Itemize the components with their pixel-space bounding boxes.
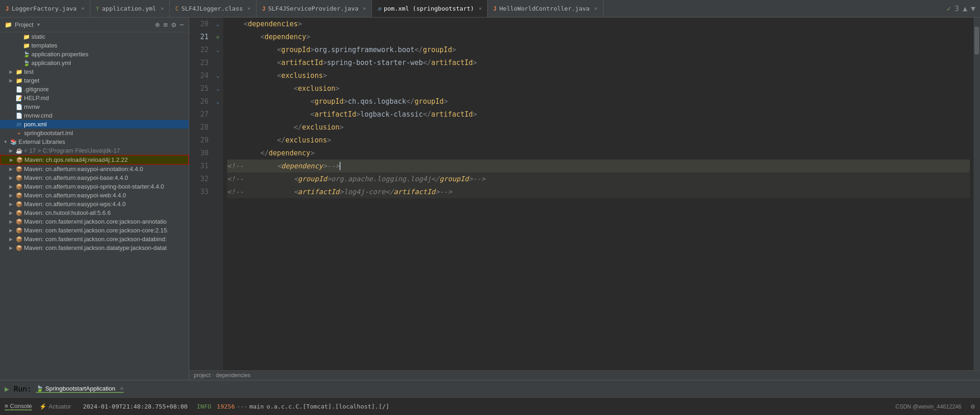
tree-item-test[interactable]: ▶ 📁 test <box>0 67 189 76</box>
code-line-33: <!-- <artifactId>log4j-core</artifactId>… <box>227 185 970 198</box>
tree-item-label: static <box>30 33 189 40</box>
tree-item-pom-xml[interactable]: m pom.xml <box>0 120 189 129</box>
folder-icon: 📁 <box>15 69 23 75</box>
tree-item-app-properties[interactable]: 🍃 application.properties <box>0 50 189 59</box>
tree-item-label: .gitignore <box>23 86 189 93</box>
chevron-down-icon[interactable]: ▼ <box>36 22 41 27</box>
tree-item-app-yml[interactable]: 🍃 application.yml <box>0 59 189 67</box>
tab-label: pom.xml (springbootstart) <box>384 5 474 12</box>
tree-item-label: < 17 > C:\Program Files\Java\jdk-17 <box>23 147 189 154</box>
tab-label: LoggerFactory.java <box>12 5 77 12</box>
code-line-28: </exclusion> <box>227 121 970 134</box>
tree-item-jdk17[interactable]: ▶ ☕ < 17 > C:\Program Files\Java\jdk-17 <box>0 146 189 155</box>
tree-item-label: Maven: cn.afterturn:easypoi-annotation:4… <box>23 166 189 172</box>
tab-close[interactable]: × <box>478 6 482 12</box>
properties-icon: 🍃 <box>22 51 30 58</box>
tree-item-templates[interactable]: 📁 templates <box>0 41 189 50</box>
run-app-close[interactable]: × <box>120 385 124 392</box>
folder-icon: 📁 <box>22 42 30 49</box>
tab-close[interactable]: × <box>594 6 598 12</box>
fold-icon-24[interactable]: ⌄ <box>216 69 220 82</box>
tree-item-label: Maven: com.fasterxml.jackson.core:jackso… <box>23 227 189 234</box>
console-port: 19256 <box>217 403 235 410</box>
arrow-icon: ▶ <box>7 69 15 74</box>
breadcrumb: project › dependencies <box>189 370 980 380</box>
run-tab-app[interactable]: 🍃 SpringbootstartApplication × <box>36 385 123 393</box>
tree-item-external-libs[interactable]: ▼ 📚 External Libraries <box>0 137 189 146</box>
tree-item-easypoi-web[interactable]: ▶ 📦 Maven: cn.afterturn:easypoi-web:4.4.… <box>0 191 189 200</box>
tree-item-easypoi-wps[interactable]: ▶ 📦 Maven: cn.afterturn:easypoi-wps:4.4.… <box>0 200 189 208</box>
code-line-29: </exclusions> <box>227 134 970 147</box>
collapse-icon[interactable]: ≡ <box>163 20 168 29</box>
tab-label: application.yml <box>102 5 156 12</box>
tree-item-hutool[interactable]: ▶ 📦 Maven: cn.hutool:hutool-all:5.6.6 <box>0 208 189 217</box>
tree-item-gitignore[interactable]: 📄 .gitignore <box>0 85 189 94</box>
yml-icon: Y <box>96 6 99 12</box>
tree-item-label: springbootstart.iml <box>23 130 189 136</box>
fold-icon-20[interactable]: ⌄ <box>216 18 220 30</box>
sidebar: 📁 Project ▼ ⊕ ≡ ⚙ − 📁 static 📁 te <box>0 18 189 380</box>
library-icon: 📦 <box>15 166 23 172</box>
code-line-21: <dependency> <box>227 30 970 43</box>
library-icon: 📦 <box>15 201 23 208</box>
chevron-up-icon[interactable]: ▲ <box>963 4 968 13</box>
tab-close[interactable]: × <box>363 6 366 12</box>
code-editor[interactable]: <dependencies> <dependency> <groupId>org… <box>223 18 974 370</box>
tree-item-static[interactable]: 📁 static <box>0 32 189 41</box>
arrow-icon: ▶ <box>7 202 15 207</box>
chevron-down-icon[interactable]: ▼ <box>971 4 975 13</box>
tree-item-jackson-core[interactable]: ▶ 📦 Maven: com.fasterxml.jackson.core:ja… <box>0 226 189 235</box>
scrollbar-thumb[interactable] <box>974 27 979 54</box>
tab-slf4j-service[interactable]: J SLF4JServiceProvider.java × <box>257 0 372 17</box>
tab-close[interactable]: × <box>81 6 84 12</box>
tree-item-easypoi-base[interactable]: ▶ 📦 Maven: cn.afterturn:easypoi-base:4.4… <box>0 173 189 182</box>
tree-item-easypoi-spring[interactable]: ▶ 📦 Maven: cn.afterturn:easypoi-spring-b… <box>0 182 189 191</box>
tab-logger-factory[interactable]: J LoggerFactory.java × <box>0 0 90 17</box>
tab-pom-xml[interactable]: m pom.xml (springbootstart) × <box>372 0 488 17</box>
tree-item-jackson-databind[interactable]: ▶ 📦 Maven: com.fasterxml.jackson.core:ja… <box>0 235 189 243</box>
tab-hello-controller[interactable]: J HelloWorldController.java × <box>488 0 604 17</box>
actuator-tab[interactable]: ⚡ Actuator <box>39 403 71 410</box>
tree-item-iml[interactable]: ▪ springbootstart.iml <box>0 129 189 137</box>
tree-item-reload4j[interactable]: ▶ 📦 Maven: ch.qos.reload4j:reload4j:1.2.… <box>0 155 189 165</box>
tree-item-mvnw-cmd[interactable]: 📄 mvnw.cmd <box>0 111 189 120</box>
console-dots: o.a.c.c.C.[Tomcat].[localhost].[/] <box>267 403 389 410</box>
tree-item-jackson-datatype[interactable]: ▶ 📦 Maven: com.fasterxml.jackson.datatyp… <box>0 243 189 252</box>
tree-item-label: Maven: cn.afterturn:easypoi-spring-boot-… <box>23 183 189 190</box>
tree-item-easypoi-annotation[interactable]: ▶ 📦 Maven: cn.afterturn:easypoi-annotati… <box>0 165 189 173</box>
tab-slf4j-logger[interactable]: C SLF4JLogger.class × <box>170 0 257 17</box>
code-line-23: <artifactId>spring-boot-starter-web</art… <box>227 56 970 69</box>
tree-item-label: Maven: cn.afterturn:easypoi-base:4.4.0 <box>23 174 189 181</box>
arrow-icon: ▶ <box>7 78 15 83</box>
library-icon: 📦 <box>15 236 23 243</box>
console-tab[interactable]: ≡ Console <box>5 403 32 410</box>
tree-item-label: External Libraries <box>18 138 189 145</box>
code-line-30: </dependency> <box>227 147 970 160</box>
arrow-icon: ▶ <box>7 210 15 215</box>
tab-application-yml[interactable]: Y application.yml × <box>90 0 170 17</box>
arrow-icon: ▶ <box>7 148 15 153</box>
locate-icon[interactable]: ⊕ <box>155 20 160 29</box>
tree-item-jackson-annotation[interactable]: ▶ 📦 Maven: com.fasterxml.jackson.core:ja… <box>0 217 189 226</box>
console-level: INFO <box>197 403 211 410</box>
tree-item-target[interactable]: ▶ 📁 target <box>0 76 189 85</box>
tab-close[interactable]: × <box>161 6 164 12</box>
editor: 20 21 22 23 24 25 26 27 28 29 30 31 32 3… <box>189 18 980 380</box>
tree-item-mvnw[interactable]: 📄 mvnw <box>0 102 189 111</box>
main-area: 📁 Project ▼ ⊕ ≡ ⚙ − 📁 static 📁 te <box>0 18 980 380</box>
console-output: 2024-01-09T21:48:28.755+08:00 INFO 19256… <box>78 403 888 410</box>
tab-close[interactable]: × <box>247 6 251 12</box>
arrow-icon: ▶ <box>7 245 15 250</box>
line-num-29: 29 <box>193 134 209 147</box>
code-line-31: <!-- <dependency>--> <box>227 160 970 172</box>
tree-item-help-md[interactable]: 📝 HELP.md <box>0 94 189 102</box>
arrow-icon: ▶ <box>7 184 15 189</box>
fold-icon-25[interactable]: ⌄ <box>216 82 220 95</box>
tab-bar: J LoggerFactory.java × Y application.yml… <box>0 0 980 18</box>
editor-scrollbar[interactable] <box>974 18 980 370</box>
close-sidebar-icon[interactable]: − <box>179 20 184 29</box>
settings-icon[interactable]: ⚙ <box>970 403 975 410</box>
gutter-26: ⌄ <box>216 95 220 108</box>
line-num-22: 22 <box>193 43 209 56</box>
gear-icon[interactable]: ⚙ <box>172 20 176 29</box>
